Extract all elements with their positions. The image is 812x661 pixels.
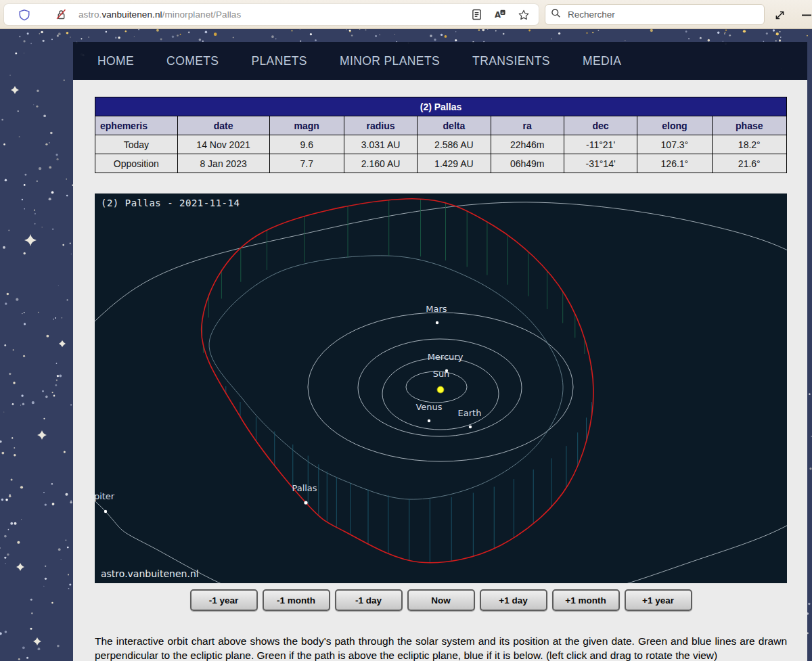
button-minus-1-year[interactable]: -1 year: [190, 589, 258, 611]
star: [46, 335, 49, 338]
tracking-protection-shield-icon[interactable]: [18, 8, 31, 22]
star: [66, 32, 69, 35]
planet-label-jupiter: Jupiter: [95, 491, 115, 501]
star: [31, 612, 32, 614]
search-input[interactable]: [566, 9, 759, 20]
star: [310, 33, 312, 35]
button-minus-1-day[interactable]: -1 day: [335, 589, 403, 611]
star: [67, 547, 69, 549]
nav-item-transients[interactable]: TRANSIENTS: [456, 54, 566, 68]
button-plus1-day[interactable]: +1 day: [480, 589, 547, 611]
star: [20, 486, 23, 488]
planet-dot-mercury: [445, 369, 448, 372]
search-box[interactable]: [545, 4, 765, 25]
resize-window-icon[interactable]: [771, 7, 788, 23]
star: [8, 230, 9, 231]
table-title: (2) Pallas: [95, 97, 787, 116]
orbit-chart-graphic: SunMercuryVenusEarthMarsJupiterPallas(2)…: [95, 193, 787, 583]
col-header-radius: radius: [344, 116, 417, 135]
star: [5, 563, 5, 564]
minimize-window-icon[interactable]: [798, 7, 812, 23]
star: [43, 586, 44, 587]
star: [18, 110, 19, 112]
col-header-magn: magn: [269, 116, 344, 135]
star: [214, 32, 217, 36]
url-subdomain: astro.: [78, 9, 102, 20]
star: [14, 447, 15, 449]
cell-phase: 21.6°: [712, 154, 786, 173]
description-text: The interactive orbit chart above shows …: [95, 634, 787, 661]
insecure-lock-icon[interactable]: [54, 8, 68, 22]
star: [199, 39, 202, 41]
star: [1, 452, 4, 455]
translate-page-icon[interactable]: A a: [493, 8, 507, 22]
star: [37, 181, 38, 182]
sun-dot: [437, 386, 444, 393]
star: [35, 223, 36, 225]
star: [434, 39, 436, 41]
star: [558, 32, 560, 35]
nav-item-comets[interactable]: COMETS: [150, 54, 235, 68]
star: [59, 375, 62, 378]
star: [34, 210, 35, 211]
star: [14, 522, 17, 525]
star: [57, 645, 60, 647]
star: [10, 522, 13, 525]
reader-mode-icon[interactable]: [470, 8, 483, 22]
star: [455, 39, 457, 41]
star: [233, 37, 234, 38]
star: [380, 35, 380, 35]
col-header-elong: elong: [637, 116, 712, 135]
star: [487, 29, 488, 30]
planet-label-mercury: Mercury: [428, 352, 464, 362]
sparkle-star: [33, 637, 41, 645]
nav-item-minor-planets[interactable]: MINOR PLANETS: [323, 54, 456, 68]
star: [177, 35, 179, 37]
nav-item-media[interactable]: MEDIA: [566, 54, 637, 68]
star: [776, 32, 779, 35]
star: [66, 299, 68, 300]
star: [70, 242, 71, 244]
star: [394, 34, 395, 35]
star: [55, 154, 58, 156]
star: [445, 35, 447, 38]
cell-delta: 1.429 AU: [418, 154, 491, 173]
star: [725, 30, 727, 31]
star: [3, 411, 4, 412]
star: [375, 35, 377, 37]
star: [43, 114, 46, 117]
table-title-row: (2) Pallas: [95, 97, 787, 116]
star: [22, 646, 25, 649]
button-plus1-year[interactable]: +1 year: [625, 589, 692, 611]
url-bar[interactable]: astro.vanbuitenen.nl/minorplanet/Pallas …: [4, 4, 539, 25]
star: [115, 37, 117, 39]
cell-dec: -31°14': [564, 154, 637, 173]
star: [66, 540, 67, 541]
star: [5, 499, 8, 501]
star: [52, 503, 55, 505]
star: [56, 363, 58, 364]
star: [7, 293, 9, 296]
search-icon: [551, 8, 561, 21]
star: [188, 31, 190, 33]
orbit-chart[interactable]: SunMercuryVenusEarthMarsJupiterPallas(2)…: [95, 193, 787, 583]
cell-date: 14 Nov 2021: [177, 135, 269, 154]
star: [24, 323, 26, 325]
nav-item-home[interactable]: HOME: [81, 54, 150, 68]
bookmark-star-icon[interactable]: [517, 8, 531, 22]
button-minus-1-month[interactable]: -1 month: [263, 589, 330, 611]
nav-item-planets[interactable]: PLANETS: [235, 54, 323, 68]
button-plus1-month[interactable]: +1 month: [552, 589, 620, 611]
star: [125, 30, 127, 32]
button-Now[interactable]: Now: [407, 589, 475, 611]
star: [42, 390, 44, 392]
star: [62, 317, 63, 319]
star: [33, 104, 34, 105]
cell-radius: 3.031 AU: [344, 135, 417, 154]
star: [300, 29, 300, 30]
url-text: astro.vanbuitenen.nl/minorplanet/Pallas: [78, 9, 241, 20]
col-header-ra: ra: [491, 116, 564, 135]
cell-delta: 2.586 AU: [418, 135, 491, 154]
date-controls: -1 year-1 month-1 dayNow+1 day+1 month+1…: [95, 589, 787, 611]
table-header-row: ephemerisdatemagnradiusdeltaradecelongph…: [95, 116, 787, 135]
